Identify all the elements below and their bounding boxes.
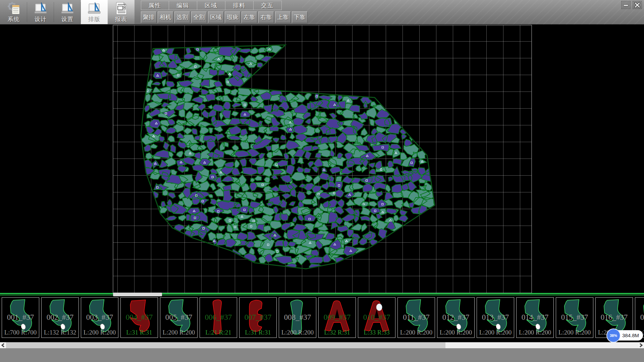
part-lr-count: L:200 R:200 xyxy=(398,329,435,336)
part-thumbnail-007_#37[interactable]: 007_#37L:31 R:31 xyxy=(239,297,277,338)
close-button[interactable] xyxy=(633,1,642,9)
parts-scrollbar[interactable] xyxy=(0,342,644,348)
window-controls xyxy=(621,1,642,9)
scroll-right-button[interactable] xyxy=(638,342,644,348)
part-thumbnail-003_#37[interactable]: 003_#37L:200 R:200 xyxy=(81,297,118,338)
part-lr-count: L:200 R:200 xyxy=(517,329,553,336)
nesting-button-label: 排版 xyxy=(81,15,108,23)
system-button[interactable]: 系统 xyxy=(0,0,27,24)
badge-percent-text: 38% xyxy=(610,334,617,338)
part-lr-count: L:200 R:200 xyxy=(81,329,118,336)
application-window: 系统 设计 xyxy=(0,0,644,362)
status-bar xyxy=(0,348,644,362)
design-ruler-icon xyxy=(33,1,48,17)
part-lr-count: L:32 R:31 xyxy=(319,329,356,336)
tab-nesting[interactable]: 排料 xyxy=(225,1,254,10)
part-lr-count: L:200 R:200 xyxy=(556,329,593,336)
hide-nesting-scene xyxy=(0,24,644,296)
tool-camera[interactable]: 相机 xyxy=(158,11,173,23)
parts-strip: 001_#37L:700 R:700002_#37L:132 R:132003_… xyxy=(0,296,644,342)
tab-edit[interactable]: 编辑 xyxy=(169,1,197,10)
system-button-label: 系统 xyxy=(0,15,27,23)
report-button[interactable]: 报表 xyxy=(108,0,135,24)
part-thumbnail-004_#37[interactable]: 004_#37L:31 R:31 xyxy=(120,297,158,338)
part-thumbnail-006_#37[interactable]: 006_#37L:21 R:21 xyxy=(200,297,237,338)
minimize-icon xyxy=(623,2,629,8)
part-id-label: 016_#37 xyxy=(596,313,633,322)
part-lr-count: L:200 R:200 xyxy=(160,329,197,336)
tool-snap-right[interactable]: 右靠 xyxy=(258,11,274,23)
badge-percent-circle[interactable]: 38% xyxy=(606,328,621,343)
scroll-left-button[interactable] xyxy=(0,342,6,348)
part-lr-count: L:200 R:200 xyxy=(477,329,514,336)
close-icon xyxy=(634,2,641,8)
part-lr-count: L:200 R:200 xyxy=(279,329,316,336)
chevron-left-icon xyxy=(1,343,5,347)
part-id-label: 010_#37 xyxy=(358,313,395,322)
parts-panel-top-border xyxy=(0,293,644,294)
canvas-hscrollbar[interactable] xyxy=(0,293,644,296)
part-id-label: 011_#37 xyxy=(398,313,435,322)
nesting-ruler-icon xyxy=(87,1,102,17)
part-thumbnail-010_#37[interactable]: 010_#37L:33 R:33 xyxy=(358,297,395,338)
part-thumbnail-012_#37[interactable]: 012_#37L:200 R:200 xyxy=(437,297,475,338)
part-id-label: 013_#37 xyxy=(477,313,514,322)
settings-button[interactable]: 设置 xyxy=(54,0,81,24)
part-thumbnail-009_#37[interactable]: 009_#37L:32 R:31 xyxy=(318,297,356,338)
part-lr-count: L:132 R:132 xyxy=(42,329,78,336)
part-lr-count: L:31 R:31 xyxy=(239,329,276,336)
tool-defect[interactable]: 瑕疵 xyxy=(225,11,240,23)
part-lr-count: L:33 R:33 xyxy=(358,329,395,336)
tool-select-cut[interactable]: 选割 xyxy=(174,11,190,23)
settings-ruler-icon xyxy=(60,1,75,17)
chevron-right-icon xyxy=(639,343,643,347)
tab-properties[interactable]: 属性 xyxy=(141,1,169,10)
menu-tab-bar: 属性 编辑 区域 排料 交互 xyxy=(141,1,282,10)
tab-interaction[interactable]: 交互 xyxy=(254,1,282,10)
tool-cut-all[interactable]: 全割 xyxy=(191,11,207,23)
part-id-label: 008_#37 xyxy=(279,313,316,322)
part-thumbnail-015_#37[interactable]: 015_#37L:200 R:200 xyxy=(556,297,593,338)
part-lr-count: L:700 R:700 xyxy=(2,329,39,336)
tool-cluster-nest[interactable]: 聚排 xyxy=(141,11,157,23)
minimize-button[interactable] xyxy=(621,1,631,9)
part-id-label: 003_#37 xyxy=(81,313,118,322)
parts-scroll-thumb[interactable] xyxy=(6,342,445,348)
part-thumbnail-001_#37[interactable]: 001_#37L:700 R:700 xyxy=(2,297,39,338)
part-id-label: 012_#37 xyxy=(437,313,474,322)
part-id-label: 005_#37 xyxy=(160,313,197,322)
design-button[interactable]: 设计 xyxy=(27,0,54,24)
part-thumbnail-014_#37[interactable]: 014_#37L:200 R:200 xyxy=(516,297,554,338)
tool-snap-top[interactable]: 上靠 xyxy=(275,11,291,23)
share-badge[interactable]: 384.8M 38% xyxy=(606,328,643,343)
nesting-canvas[interactable] xyxy=(0,24,644,296)
part-lr-count: L:21 R:21 xyxy=(200,329,237,336)
part-id-label: 006_#37 xyxy=(200,313,237,322)
part-lr-count: L:31 R:31 xyxy=(121,329,158,336)
part-id-label: 002_#37 xyxy=(42,313,78,322)
toolbar-texture xyxy=(302,0,644,24)
part-id-label: 001_#37 xyxy=(2,313,39,322)
tool-region[interactable]: 区域 xyxy=(208,11,224,23)
canvas-hscroll-thumb[interactable] xyxy=(113,293,162,296)
part-id-label: 017_#37 xyxy=(635,313,644,322)
part-thumbnail-008_#37[interactable]: 008_#37L:200 R:200 xyxy=(279,297,316,338)
tool-snap-left[interactable]: 左靠 xyxy=(241,11,257,23)
settings-button-label: 设置 xyxy=(54,15,81,23)
part-thumbnail-002_#37[interactable]: 002_#37L:132 R:132 xyxy=(41,297,79,338)
tab-region[interactable]: 区域 xyxy=(197,1,225,10)
nesting-button-active[interactable]: 排版 xyxy=(81,0,108,24)
part-lr-count: L:200 R:200 xyxy=(437,329,474,336)
tool-button-row: 聚排 相机 选割 全割 区域 瑕疵 左靠 右靠 上靠 下靠 xyxy=(141,11,309,23)
part-id-label: 014_#37 xyxy=(517,313,553,322)
tool-snap-bottom[interactable]: 下靠 xyxy=(292,11,308,23)
report-doc-icon xyxy=(114,1,128,17)
main-toolbar: 系统 设计 xyxy=(0,0,644,24)
part-id-label: 009_#37 xyxy=(319,313,356,322)
part-thumbnail-005_#37[interactable]: 005_#37L:200 R:200 xyxy=(160,297,198,338)
part-id-label: 007_#37 xyxy=(239,313,276,322)
part-id-label: 015_#37 xyxy=(556,313,593,322)
part-thumbnail-011_#37[interactable]: 011_#37L:200 R:200 xyxy=(397,297,435,338)
part-thumbnail-013_#37[interactable]: 013_#37L:200 R:200 xyxy=(477,297,514,338)
design-button-label: 设计 xyxy=(27,15,54,23)
